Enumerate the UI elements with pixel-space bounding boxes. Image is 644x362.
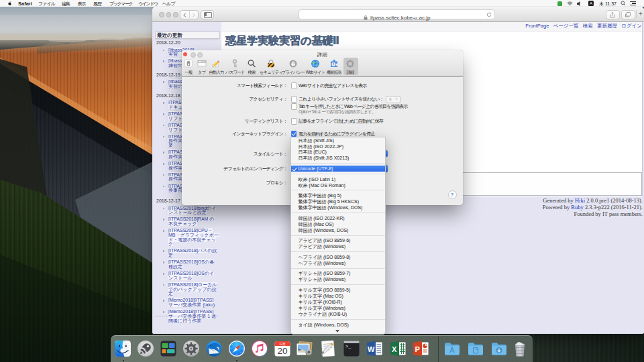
svg-text:P: P — [415, 345, 420, 353]
svg-text:>_: >_ — [345, 344, 352, 349]
svg-text:20: 20 — [277, 346, 287, 356]
svg-text:X: X — [392, 345, 397, 353]
svg-text:W: W — [368, 345, 375, 353]
